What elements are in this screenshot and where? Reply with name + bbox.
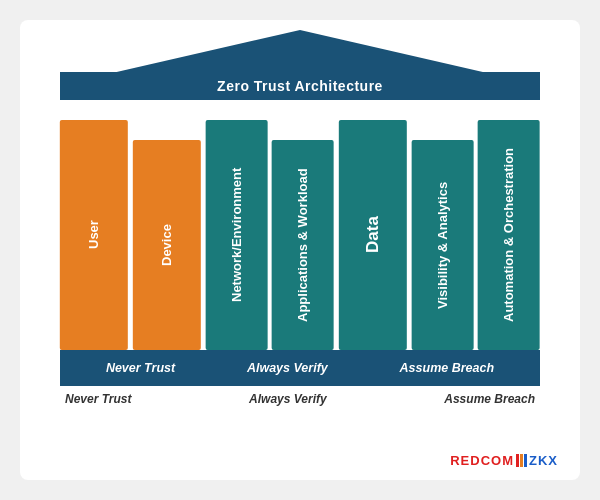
bottom-label: Always Verify xyxy=(249,392,327,406)
base-label: Always Verify xyxy=(247,361,328,375)
logo-area: REDCOM ZKX xyxy=(450,453,558,468)
column-device: Device xyxy=(133,140,201,350)
bottom-label: Never Trust xyxy=(65,392,131,406)
main-container: Zero Trust Architecture UserDeviceNetwor… xyxy=(20,20,580,480)
bottom-label: Assume Breach xyxy=(444,392,535,406)
logo-blue: ZKX xyxy=(529,453,558,468)
logo-red: REDCOM xyxy=(450,453,514,468)
roof-title: Zero Trust Architecture xyxy=(217,78,383,94)
logo-separator xyxy=(516,454,527,467)
column-network: Network/Environment xyxy=(206,120,268,350)
base-label: Assume Breach xyxy=(400,361,495,375)
roof-bar: Zero Trust Architecture xyxy=(60,72,540,100)
base-bar: Never TrustAlways VerifyAssume Breach xyxy=(60,350,540,386)
column-user: User xyxy=(60,120,128,350)
roof: Zero Trust Architecture xyxy=(60,30,540,100)
column-automation: Automation & Orchestration xyxy=(478,120,540,350)
column-data: Data xyxy=(339,120,407,350)
columns-area: UserDeviceNetwork/EnvironmentApplication… xyxy=(60,100,540,350)
bottom-labels: Never TrustAlways VerifyAssume Breach xyxy=(60,392,540,406)
base-label: Never Trust xyxy=(106,361,175,375)
column-visibility: Visibility & Analytics xyxy=(412,140,474,350)
column-applications: Applications & Workload xyxy=(272,140,334,350)
